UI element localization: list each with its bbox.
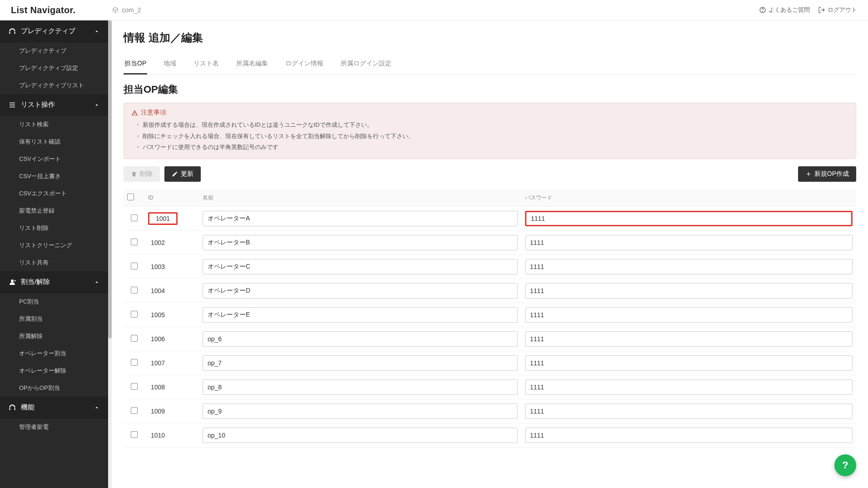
operator-table: ID 名前 パスワード 1001100210031004100510061007… <box>124 189 856 448</box>
col-header-id: ID <box>144 189 199 207</box>
row-id: 1004 <box>148 287 165 294</box>
row-id: 1010 <box>148 432 165 439</box>
name-input[interactable] <box>203 307 518 323</box>
row-checkbox[interactable] <box>131 335 138 342</box>
section-icon <box>8 101 16 109</box>
scrollbar-thumb[interactable] <box>108 20 112 339</box>
password-input[interactable] <box>525 331 853 347</box>
sidebar-item[interactable]: CSV一括上書き <box>0 168 108 185</box>
help-fab[interactable]: ? <box>834 454 856 476</box>
name-input[interactable] <box>203 403 518 419</box>
password-input[interactable] <box>525 379 853 395</box>
name-input[interactable] <box>203 379 518 395</box>
help-icon <box>759 6 766 14</box>
sidebar-item[interactable]: リスト検索 <box>0 116 108 133</box>
name-input[interactable] <box>203 428 518 443</box>
sidebar-item[interactable]: リスト削除 <box>0 219 108 237</box>
row-checkbox[interactable] <box>131 263 138 269</box>
sidebar-section-header[interactable]: 割当/解除 <box>0 271 108 293</box>
name-input[interactable] <box>203 211 518 226</box>
col-header-password: パスワード <box>521 189 856 207</box>
sidebar-item[interactable]: PC割当 <box>0 293 108 310</box>
notice-line: 新規作成する場合は、現在作成されているIDとは違うユニークなIDで作成して下さい… <box>135 120 848 131</box>
table-row: 1009 <box>124 399 856 423</box>
table-row: 1006 <box>124 327 856 351</box>
row-id: 1005 <box>148 311 165 319</box>
notice-line: 削除にチェックを入れる場合、現在保有しているリストを全て割当解除してから削除を行… <box>135 131 848 142</box>
row-id: 1007 <box>148 359 165 367</box>
logout-link[interactable]: ログアウト <box>818 6 857 14</box>
tab[interactable]: 担当OP <box>124 56 147 75</box>
table-row: 1008 <box>124 375 856 399</box>
sidebar-section-header[interactable]: リスト操作 <box>0 94 108 116</box>
sidebar-item[interactable]: プレディクティブ <box>0 42 108 60</box>
sidebar-item[interactable]: CSVインポート <box>0 150 108 168</box>
warning-icon <box>131 110 138 116</box>
sidebar-section-header[interactable]: 機能 <box>0 397 108 418</box>
table-row: 1005 <box>124 303 856 327</box>
sidebar-scrollbar[interactable] <box>108 20 112 488</box>
sidebar-section-header[interactable]: プレディクティブ <box>0 20 108 42</box>
password-input[interactable] <box>525 428 853 443</box>
faq-link[interactable]: よくあるご質問 <box>759 6 810 14</box>
name-input[interactable] <box>203 331 518 347</box>
sidebar-item[interactable]: 管理者架電 <box>0 418 108 436</box>
svg-point-1 <box>762 11 763 12</box>
sidebar-item[interactable]: 所属割当 <box>0 310 108 328</box>
tab[interactable]: 地域 <box>163 56 177 75</box>
sidebar-item[interactable]: 架電禁止登録 <box>0 202 108 219</box>
edit-icon <box>172 171 178 177</box>
row-checkbox[interactable] <box>131 359 138 366</box>
sidebar-item[interactable]: プレディクティブ設定 <box>0 60 108 77</box>
sidebar-item[interactable]: オペレーター解除 <box>0 362 108 379</box>
table-row: 1003 <box>124 255 856 279</box>
row-checkbox[interactable] <box>131 311 138 318</box>
company-name: com_2 <box>122 6 141 14</box>
row-id: 1006 <box>148 335 165 343</box>
tab[interactable]: リスト名 <box>193 56 220 75</box>
tab[interactable]: ログイン情報 <box>284 56 324 75</box>
trash-icon <box>131 171 137 177</box>
delete-button[interactable]: 削除 <box>124 166 160 182</box>
logo: List Navigator. <box>11 5 75 15</box>
name-input[interactable] <box>203 259 518 274</box>
sidebar-item[interactable]: リストクリーニング <box>0 237 108 254</box>
row-id: 1003 <box>148 263 165 270</box>
tab[interactable]: 所属名編集 <box>235 56 269 75</box>
password-input[interactable] <box>525 283 853 299</box>
sidebar-item[interactable]: オペレーター割当 <box>0 345 108 362</box>
section-icon <box>8 27 16 35</box>
row-checkbox[interactable] <box>131 431 138 438</box>
section-title: プレディクティブ <box>21 27 75 35</box>
name-input[interactable] <box>203 283 518 299</box>
sidebar-item[interactable]: CSVエクスポート <box>0 185 108 202</box>
row-checkbox[interactable] <box>131 214 138 221</box>
row-checkbox[interactable] <box>131 239 138 245</box>
tab[interactable]: 所属ログイン設定 <box>340 56 392 75</box>
table-row: 1001 <box>124 207 856 231</box>
row-checkbox[interactable] <box>131 287 138 294</box>
password-input[interactable] <box>525 307 853 323</box>
password-input[interactable] <box>525 259 853 274</box>
sidebar-item[interactable]: OPからOP割当 <box>0 379 108 397</box>
table-row: 1004 <box>124 279 856 303</box>
row-checkbox[interactable] <box>131 383 138 390</box>
sidebar-item[interactable]: プレディクティブリスト <box>0 77 108 94</box>
password-input[interactable] <box>525 355 853 371</box>
name-input[interactable] <box>203 235 518 250</box>
check-all[interactable] <box>127 194 134 200</box>
section-icon <box>8 403 16 412</box>
row-checkbox[interactable] <box>131 407 138 414</box>
sidebar-item[interactable]: 所属解除 <box>0 328 108 345</box>
row-id: 1008 <box>148 383 165 391</box>
sidebar-item[interactable]: 保有リスト確認 <box>0 133 108 150</box>
section-title: リスト操作 <box>21 100 55 109</box>
section-title: 割当/解除 <box>21 278 50 286</box>
password-input[interactable] <box>525 211 853 226</box>
password-input[interactable] <box>525 235 853 250</box>
sidebar-item[interactable]: リスト共有 <box>0 254 108 271</box>
update-button[interactable]: 更新 <box>164 166 201 182</box>
password-input[interactable] <box>525 403 853 419</box>
name-input[interactable] <box>203 355 518 371</box>
new-op-button[interactable]: 新規OP作成 <box>798 166 856 182</box>
